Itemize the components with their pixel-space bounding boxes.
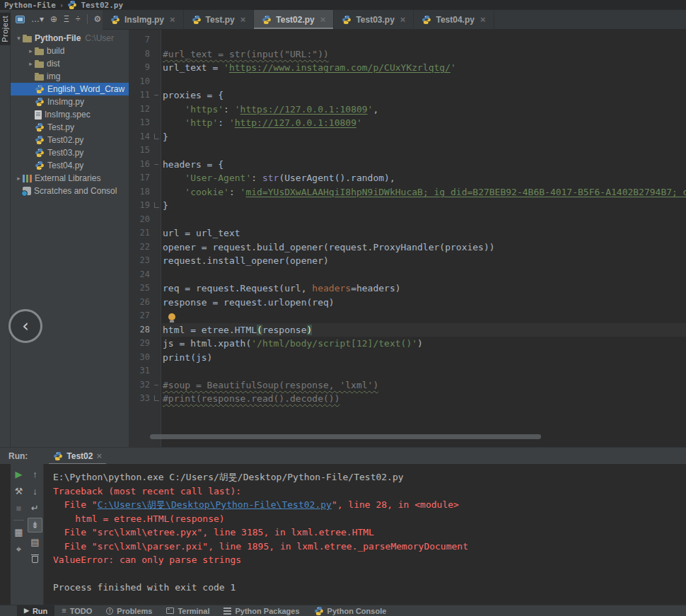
- down-stack-trace-button[interactable]: ↓: [28, 484, 42, 499]
- code-line-15[interactable]: 15: [129, 144, 686, 158]
- line-number[interactable]: 28: [129, 323, 150, 337]
- line-number[interactable]: 20: [129, 213, 150, 227]
- line-number[interactable]: 18: [129, 185, 150, 199]
- scroll-to-end-button[interactable]: ⇟: [28, 518, 42, 533]
- editor-horizontal-scrollbar[interactable]: [150, 434, 541, 439]
- locate-file-icon[interactable]: ⊕: [50, 15, 57, 23]
- line-number[interactable]: 29: [129, 337, 150, 351]
- restore-layout-button[interactable]: ▦: [11, 525, 26, 540]
- tree-chevron-icon[interactable]: ▸: [27, 47, 35, 54]
- tab-close-icon[interactable]: ×: [480, 14, 486, 25]
- fold-marker-icon[interactable]: [152, 130, 161, 144]
- toolwindow-button-problems[interactable]: !Problems: [99, 605, 159, 616]
- tree-item-dist[interactable]: ▸dist: [11, 57, 129, 70]
- fold-marker-icon[interactable]: −: [152, 378, 161, 393]
- tree-chevron-icon[interactable]: ▸: [27, 60, 35, 67]
- tree-item-scratches-and-consol[interactable]: Scratches and Consol: [11, 185, 129, 197]
- line-number[interactable]: 19: [129, 199, 150, 213]
- breadcrumb-file[interactable]: Test02.py: [81, 1, 123, 10]
- tab-test-py[interactable]: Test.py×: [184, 10, 255, 29]
- tab-close-icon[interactable]: ×: [240, 14, 246, 25]
- clear-all-button[interactable]: [28, 552, 42, 566]
- code-line-17[interactable]: 17 'User-Agent': str(UserAgent().random)…: [129, 171, 686, 185]
- tab-test02-py[interactable]: Test02.py×: [254, 10, 334, 29]
- line-number[interactable]: 15: [129, 144, 150, 158]
- tree-item-external-libraries[interactable]: ▸External Libraries: [11, 172, 129, 185]
- tree-chevron-icon[interactable]: ▾: [15, 35, 23, 42]
- line-number[interactable]: 8: [129, 47, 150, 62]
- tree-item-test03-py[interactable]: Test03.py: [11, 146, 129, 159]
- toolwindow-button-python-packages[interactable]: Python Packages: [216, 605, 306, 616]
- collapse-all-icon[interactable]: Ξ: [64, 15, 69, 23]
- breadcrumb-project[interactable]: Python-File: [4, 1, 56, 10]
- code-line-9[interactable]: 9url_text = 'https://www.instagram.com/p…: [129, 61, 686, 75]
- pin-tab-button[interactable]: ⌖: [11, 542, 26, 557]
- code-line-24[interactable]: 24: [129, 268, 686, 282]
- stop-button[interactable]: ■: [11, 501, 26, 516]
- line-number[interactable]: 23: [129, 254, 150, 268]
- line-number[interactable]: 7: [129, 33, 150, 47]
- tab-test03-py[interactable]: Test03.py×: [334, 10, 414, 29]
- code-line-8[interactable]: 8#url_text = str(input("URL:")): [129, 47, 686, 62]
- fold-marker-icon[interactable]: −: [152, 88, 161, 103]
- project-options-dropdown[interactable]: …▾: [31, 15, 44, 23]
- code-line-30[interactable]: 30print(js): [129, 351, 686, 365]
- tree-item-python-file[interactable]: ▾Python-FileC:\User: [11, 32, 129, 45]
- code-line-12[interactable]: 12 'https': 'https://127.0.0.1:10809',: [129, 103, 686, 117]
- toolwindow-button-run[interactable]: ▶Run: [17, 605, 54, 616]
- expand-all-icon[interactable]: ÷: [76, 15, 81, 23]
- back-button-overlay[interactable]: ‹: [8, 309, 42, 343]
- line-number[interactable]: 17: [129, 171, 150, 185]
- toolwindow-button-terminal[interactable]: Terminal: [159, 605, 216, 616]
- line-number[interactable]: 14: [129, 130, 150, 144]
- print-button[interactable]: ▤: [28, 535, 42, 550]
- toolwindow-stripe-project[interactable]: Project: [0, 13, 11, 45]
- project-view-icon[interactable]: [16, 16, 25, 23]
- code-line-25[interactable]: 25req = request.Request(url, headers=hea…: [129, 281, 686, 296]
- line-number[interactable]: 24: [129, 268, 150, 282]
- code-editor[interactable]: 78#url_text = str(input("URL:"))9url_tex…: [129, 30, 686, 447]
- line-number[interactable]: 16: [129, 158, 150, 172]
- fold-marker-icon[interactable]: −: [152, 158, 161, 172]
- tab-close-icon[interactable]: ×: [400, 14, 406, 25]
- toolwindow-button-python-console[interactable]: Python Console: [307, 605, 394, 616]
- up-stack-trace-button[interactable]: ↑: [28, 467, 42, 482]
- tree-chevron-icon[interactable]: ▸: [15, 175, 23, 182]
- code-line-23[interactable]: 23request.install_opener(opener): [129, 254, 686, 268]
- tree-item-test02-py[interactable]: Test02.py: [11, 134, 129, 146]
- code-line-32[interactable]: 32−#soup = BeautifulSoup(response, 'lxml…: [129, 378, 686, 393]
- intention-bulb-icon[interactable]: [168, 313, 175, 320]
- tab-test04-py[interactable]: Test04.py×: [414, 10, 494, 29]
- tab-insimg-py[interactable]: InsImg.py×: [103, 10, 184, 29]
- fold-marker-icon[interactable]: [152, 392, 161, 406]
- line-number[interactable]: 10: [129, 75, 150, 89]
- code-line-14[interactable]: 14}: [129, 130, 686, 144]
- line-number[interactable]: 31: [129, 364, 150, 378]
- code-line-10[interactable]: 10: [129, 75, 686, 89]
- rerun-button[interactable]: ▶: [11, 467, 26, 482]
- code-line-33[interactable]: 33#print(response.read().decode()): [129, 392, 686, 406]
- tree-item-insimg-py[interactable]: InsImg.py: [11, 95, 129, 108]
- tree-item-test-py[interactable]: Test.py: [11, 121, 129, 134]
- code-line-18[interactable]: 18 'cookie': 'mid=YUsDXwALAAHqiI8hpN9iDW…: [129, 185, 686, 199]
- line-number[interactable]: 26: [129, 296, 150, 310]
- soft-wrap-button[interactable]: ↵: [28, 501, 42, 516]
- code-line-31[interactable]: 31: [129, 364, 686, 378]
- run-tab-close-icon[interactable]: ×: [96, 451, 102, 461]
- code-line-11[interactable]: 11−proxies = {: [129, 88, 686, 103]
- line-number[interactable]: 13: [129, 116, 150, 130]
- run-console[interactable]: E:\Python\python.exe C:/Users/胡旻/Desktop…: [44, 464, 686, 605]
- settings-gear-icon[interactable]: ⚙: [94, 15, 102, 23]
- code-line-21[interactable]: 21url = url_text: [129, 226, 686, 240]
- code-line-20[interactable]: 20: [129, 213, 686, 227]
- toolwindow-button-todo[interactable]: ≡TODO: [54, 605, 99, 616]
- code-line-13[interactable]: 13 'http': 'http://127.0.0.1:10809': [129, 116, 686, 130]
- code-line-28[interactable]: 28html = etree.HTML(response): [129, 323, 686, 337]
- line-number[interactable]: 9: [129, 61, 150, 75]
- tree-item-test04-py[interactable]: Test04.py: [11, 159, 129, 172]
- console-file-link[interactable]: C:\Users\胡旻\Desktop\Python-File\Test02.p…: [98, 499, 332, 510]
- code-line-27[interactable]: 27: [129, 309, 686, 323]
- code-line-19[interactable]: 19}: [129, 199, 686, 213]
- tree-item-english-word-craw[interactable]: English_Word_Craw: [11, 83, 129, 95]
- code-line-22[interactable]: 22opener = request.build_opener(request.…: [129, 240, 686, 255]
